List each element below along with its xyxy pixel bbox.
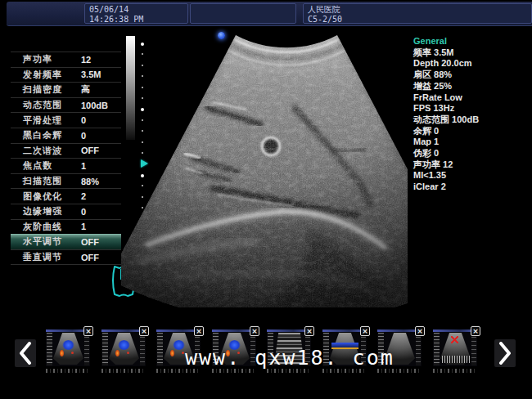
info-line-gain: 增益 25% (413, 81, 528, 92)
info-line-map: Map 1 (413, 137, 528, 148)
param-label: 动态范围 (23, 99, 62, 111)
top-bar: 05/06/14 14:26:38 PM 人民医院 C5-2/50 (7, 2, 532, 26)
time-text: 14:26:38 PM (89, 15, 183, 24)
param-value: 1 (81, 161, 86, 171)
thumbnail-right-scale (416, 333, 421, 365)
ultrasound-screen: 05/06/14 14:26:38 PM 人民医院 C5-2/50 声功率12 … (0, 0, 532, 399)
param-value: OFF (81, 237, 99, 247)
thumbnail-caption (101, 369, 146, 373)
thumbnail-left-scale (434, 333, 440, 365)
chevron-left-icon (19, 342, 32, 365)
thumbnail-close-icon[interactable]: × (194, 326, 204, 336)
thumbnail-close-icon[interactable]: × (83, 326, 93, 336)
param-row-tx-frequency[interactable]: 发射频率3.5M (11, 67, 121, 83)
param-row-dynamic-range[interactable]: 动态范围100dB (11, 97, 121, 113)
thumbnail-caption (46, 369, 90, 373)
param-row-bw-persistence[interactable]: 黑白余辉0 (11, 128, 121, 143)
param-label: 垂直调节 (23, 251, 62, 263)
info-line-iclear: iClear 2 (413, 182, 528, 193)
thumbnail-left-scale (47, 333, 52, 365)
param-row-vertical-adjust[interactable]: 垂直调节OFF (11, 249, 121, 266)
info-line-sector: 扇区 88% (413, 69, 528, 81)
thumbnail-close-icon[interactable]: × (139, 326, 149, 336)
thumbnail-close-icon[interactable]: × (250, 326, 259, 336)
param-label: 平滑处理 (23, 114, 62, 127)
param-value: 2 (81, 191, 86, 201)
patient-info-box (190, 3, 296, 24)
info-line-fps: FPS 13Hz (413, 103, 528, 114)
param-value: 0 (81, 115, 86, 125)
thumbnail-scan (109, 333, 139, 365)
probe-orientation-marker-icon (218, 32, 225, 39)
thumbnail-scan (440, 333, 471, 365)
param-label: 黑白余辉 (23, 129, 62, 141)
hospital-box: 人民医院 C5-2/50 (303, 3, 532, 24)
param-label: 焦点数 (23, 159, 52, 172)
sector-scan-graphic (121, 33, 408, 307)
thumbnail-close-icon[interactable]: × (415, 326, 425, 336)
info-line-pseudocolor: 伪彩 0 (413, 148, 528, 159)
param-row-scan-density[interactable]: 扫描密度高 (11, 82, 121, 97)
filmstrip-prev-button[interactable] (15, 339, 36, 367)
filmstrip-next-button[interactable] (494, 339, 516, 367)
param-value: 0 (81, 207, 86, 217)
param-row-horizontal-adjust-selected[interactable]: 水平调节OFF (11, 234, 121, 249)
thumbnail-caption (433, 369, 477, 373)
param-label: 扫描范围 (23, 175, 62, 187)
datetime-box: 05/06/14 14:26:38 PM (84, 3, 188, 24)
info-line-frrate: FrRate Low (413, 92, 528, 104)
param-row-smoothing[interactable]: 平滑处理0 (11, 112, 121, 128)
chevron-right-icon (498, 342, 512, 365)
info-line-persistence: 余辉 0 (413, 126, 528, 137)
param-value: 高 (81, 83, 90, 96)
info-panel-title: General (413, 36, 528, 47)
thumbnail-2[interactable]: × (101, 330, 146, 366)
param-label: 扫描密度 (23, 83, 62, 96)
thumbnail-scan (53, 333, 83, 365)
param-label: 发射频率 (23, 69, 62, 81)
parameter-sidebar: 声功率12 发射频率3.5M 扫描密度高 动态范围100dB 平滑处理0 黑白余… (11, 52, 121, 265)
info-line-dynamic-range: 动态范围 100dB (413, 114, 528, 126)
param-row-harmonic[interactable]: 二次谐波OFF (11, 143, 121, 159)
param-value: 12 (81, 55, 91, 65)
param-label: 二次谐波 (23, 145, 62, 157)
thumbnail-1[interactable]: × (46, 330, 90, 366)
param-label: 水平调节 (23, 235, 62, 248)
param-label: 声功率 (23, 53, 52, 65)
param-row-edge-enhance[interactable]: 边缘增强0 (11, 204, 121, 219)
param-value: 88% (81, 177, 99, 186)
info-line-depth: Depth 20.0cm (413, 58, 528, 69)
hospital-name: 人民医院 (308, 5, 527, 14)
probe-model: C5-2/50 (308, 15, 527, 24)
thumbnail-close-icon[interactable]: × (360, 326, 370, 336)
param-value: OFF (81, 146, 99, 155)
param-value: 3.5M (81, 69, 101, 79)
param-value: OFF (81, 253, 99, 262)
param-label: 图像优化 (23, 191, 62, 203)
param-label: 灰阶曲线 (23, 221, 62, 233)
info-line-frequency: 频率 3.5M (413, 47, 528, 59)
thumbnail-close-icon[interactable]: × (304, 326, 314, 336)
param-value: 1 (81, 222, 86, 231)
param-row-focus-number[interactable]: 焦点数1 (11, 158, 121, 173)
date-text: 05/06/14 (89, 5, 183, 14)
param-row-scan-range[interactable]: 扫描范围88% (11, 173, 121, 189)
param-label: 边缘增强 (23, 205, 62, 217)
thumbnail-close-icon[interactable]: × (471, 326, 480, 336)
param-value: 100dB (81, 101, 108, 110)
info-line-acoustic-power: 声功率 12 (413, 159, 528, 171)
param-row-gray-curve[interactable]: 灰阶曲线1 (11, 219, 121, 235)
thumbnail-right-scale (84, 333, 89, 365)
param-value: 0 (81, 131, 86, 141)
thumbnail-left-scale (157, 333, 163, 365)
thumbnail-8[interactable]: × (433, 330, 477, 366)
param-row-acoustic-power[interactable]: 声功率12 (11, 52, 121, 67)
info-line-mi: MI<1.35 (413, 170, 528, 182)
thumbnail-left-scale (102, 333, 108, 365)
watermark-text: www. qxw18. com (185, 346, 394, 370)
param-row-image-optimize[interactable]: 图像优化2 (11, 188, 121, 204)
image-info-panel: General 频率 3.5M Depth 20.0cm 扇区 88% 增益 2… (413, 36, 528, 193)
ultrasound-image (121, 33, 408, 307)
thumbnail-right-scale (471, 333, 476, 365)
thumbnail-right-scale (140, 333, 145, 365)
